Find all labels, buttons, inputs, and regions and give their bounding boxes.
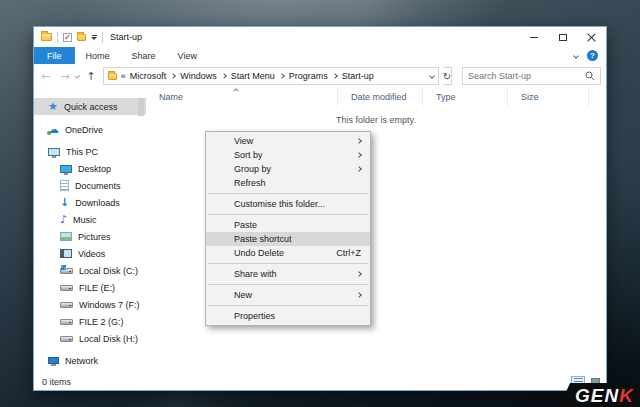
recent-locations-chevron-icon[interactable] (75, 74, 80, 79)
document-icon (60, 180, 69, 191)
star-icon: ★ (48, 101, 58, 112)
video-icon (60, 249, 72, 258)
status-bar: 0 items (34, 373, 606, 390)
menu-item-properties[interactable]: Properties (206, 309, 370, 323)
divider (57, 32, 58, 43)
breadcrumb-item[interactable]: Start-up (342, 71, 374, 81)
context-menu: View Sort by Group by Refresh Customise … (205, 131, 371, 326)
menu-item-undo-delete[interactable]: Undo DeleteCtrl+Z (206, 246, 370, 260)
breadcrumb-chevron-icon[interactable] (221, 73, 227, 79)
menu-item-group-by[interactable]: Group by (206, 162, 370, 176)
menu-separator (208, 193, 368, 194)
menu-item-share-with[interactable]: Share with (206, 267, 370, 281)
app-folder-icon (41, 33, 52, 41)
up-arrow-icon[interactable]: ↑ (83, 71, 98, 82)
search-input[interactable] (468, 71, 585, 81)
items-count: 0 items (42, 377, 71, 387)
sidebar-item-onedrive[interactable]: ☁OneDrive (34, 121, 146, 138)
expand-ribbon-chevron-icon[interactable] (573, 53, 579, 59)
menu-item-new[interactable]: New (206, 288, 370, 302)
minimize-button[interactable] (519, 27, 548, 47)
system-drive-icon (60, 268, 73, 274)
properties-checkbox-icon[interactable]: ✓ (63, 33, 72, 42)
breadcrumb-item[interactable]: Programs (289, 71, 328, 81)
breadcrumb-chevron-icon[interactable] (170, 73, 176, 79)
column-name[interactable]: Name (146, 88, 338, 106)
address-toolbar: ← → ↑ « Microsoft Windows Start Menu Pro… (34, 64, 606, 88)
sidebar-item-local-disk-h[interactable]: Local Disk (H:) (34, 330, 146, 347)
menu-item-sort-by[interactable]: Sort by (206, 148, 370, 162)
tab-view[interactable]: View (167, 47, 208, 64)
title-bar: ✓ Start-up (34, 27, 606, 47)
maximize-button[interactable] (548, 27, 577, 47)
menu-separator (208, 214, 368, 215)
breadcrumb-prefix: « (121, 71, 126, 81)
sidebar-item-local-disk-c[interactable]: Local Disk (C:) (34, 262, 146, 279)
window-title: Start-up (110, 32, 142, 42)
help-icon[interactable]: ? (587, 50, 598, 61)
new-folder-icon[interactable] (77, 34, 86, 41)
back-arrow-icon[interactable]: ← (38, 71, 53, 82)
menu-separator (208, 305, 368, 306)
sidebar-item-quick-access[interactable]: ★Quick access (34, 98, 146, 115)
tab-home[interactable]: Home (75, 47, 121, 64)
menu-item-customise-folder[interactable]: Customise this folder... (206, 197, 370, 211)
submenu-chevron-icon (356, 292, 362, 298)
forward-arrow-icon[interactable]: → (57, 71, 72, 82)
drive-icon (60, 319, 73, 325)
sidebar-item-this-pc[interactable]: This PC (34, 143, 146, 160)
quick-access-toolbar: ✓ Start-up (34, 32, 142, 43)
keyboard-shortcut: Ctrl+Z (336, 248, 361, 258)
breadcrumb-item[interactable]: Windows (180, 71, 217, 81)
customize-qat-caret-icon[interactable] (91, 35, 97, 40)
sidebar-item-windows7-f[interactable]: Windows 7 (F:) (34, 296, 146, 313)
address-bar[interactable]: « Microsoft Windows Start Menu Programs … (103, 67, 439, 85)
breadcrumb-chevron-icon[interactable] (279, 73, 285, 79)
column-size[interactable]: Size (508, 88, 589, 106)
sidebar-item-network[interactable]: Network (34, 352, 146, 369)
tab-file[interactable]: File (34, 47, 75, 64)
computer-icon (48, 148, 60, 156)
menu-item-refresh[interactable]: Refresh (206, 176, 370, 190)
tab-share[interactable]: Share (121, 47, 167, 64)
sidebar-item-downloads[interactable]: ↓Downloads (34, 194, 146, 211)
column-headers: Name Date modified Type Size (146, 88, 606, 106)
refresh-icon[interactable]: ↻ (443, 67, 452, 85)
onedrive-cloud-icon: ☁ (48, 124, 59, 135)
menu-item-view[interactable]: View (206, 134, 370, 148)
submenu-chevron-icon (356, 166, 362, 172)
column-type[interactable]: Type (423, 88, 508, 106)
drive-icon (60, 302, 73, 308)
menu-item-paste[interactable]: Paste (206, 218, 370, 232)
sidebar-item-file2-g[interactable]: FILE 2 (G:) (34, 313, 146, 330)
sidebar-item-desktop[interactable]: Desktop (34, 160, 146, 177)
window-controls (519, 27, 606, 47)
menu-separator (208, 263, 368, 264)
breadcrumb-item[interactable]: Start Menu (231, 71, 275, 81)
sidebar-item-file-e[interactable]: FILE (E:) (34, 279, 146, 296)
submenu-chevron-icon (356, 271, 362, 277)
menu-item-paste-shortcut[interactable]: Paste shortcut (206, 232, 370, 246)
sidebar-item-videos[interactable]: Videos (34, 245, 146, 262)
sidebar-item-music[interactable]: ♪Music (34, 211, 146, 228)
navigation-pane: ★Quick access ☁OneDrive This PC Desktop … (34, 88, 146, 373)
breadcrumb-chevron-icon[interactable] (332, 73, 338, 79)
sidebar-item-documents[interactable]: Documents (34, 177, 146, 194)
column-date-modified[interactable]: Date modified (338, 88, 423, 106)
network-icon (48, 357, 59, 364)
close-button[interactable] (577, 27, 606, 47)
submenu-chevron-icon (356, 152, 362, 158)
menu-separator (208, 284, 368, 285)
divider (102, 32, 103, 43)
address-dropdown-chevron-icon[interactable] (429, 73, 435, 79)
sidebar-item-pictures[interactable]: Pictures (34, 228, 146, 245)
ribbon-tabs: File Home Share View ? (34, 47, 606, 64)
music-note-icon: ♪ (60, 214, 67, 225)
location-folder-icon (108, 73, 117, 80)
genk-watermark-logo: GEN K (559, 383, 640, 407)
download-arrow-icon: ↓ (60, 197, 69, 208)
search-box[interactable] (462, 67, 601, 85)
breadcrumb-item[interactable]: Microsoft (130, 71, 167, 81)
sidebar-scrollbar-thumb[interactable] (138, 98, 144, 116)
empty-folder-message: This folder is empty. (146, 115, 606, 125)
